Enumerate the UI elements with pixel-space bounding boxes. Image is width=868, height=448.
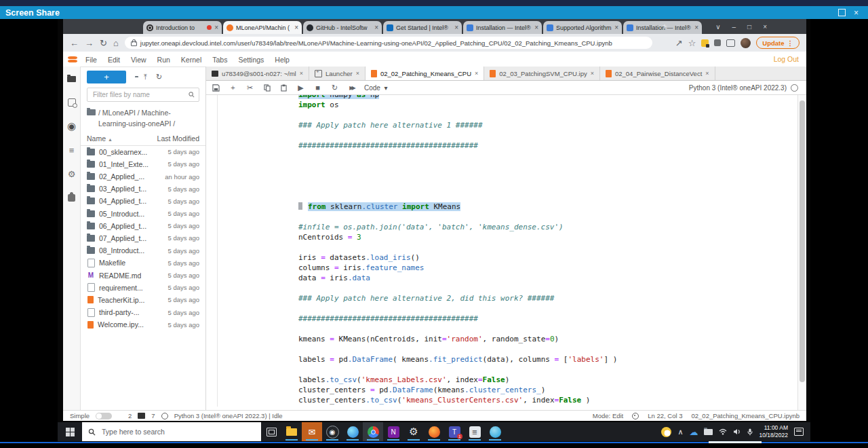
- home-icon[interactable]: ⌂: [113, 39, 119, 48]
- kernel-status-label[interactable]: Python 3 (Intel® oneAPI 2022.3) | Idle: [174, 412, 283, 419]
- profile-avatar[interactable]: [741, 38, 751, 48]
- code-line[interactable]: [298, 283, 617, 293]
- file-row[interactable]: TeacherKit.ip...5 days ago: [81, 294, 205, 306]
- code-line[interactable]: from sklearn.cluster import KMeans: [298, 202, 617, 212]
- share-icon[interactable]: ↗: [675, 39, 683, 48]
- address-bar[interactable]: jupyter.oneapi.devcloud.intel.com/user/u…: [125, 37, 652, 49]
- menu-run[interactable]: Run: [152, 56, 176, 64]
- tab-search-icon[interactable]: ∨: [715, 23, 720, 31]
- close-icon[interactable]: ×: [854, 8, 859, 18]
- tab-close-icon[interactable]: ×: [294, 24, 298, 31]
- code-line[interactable]: [298, 212, 617, 222]
- menu-settings[interactable]: Settings: [233, 56, 269, 64]
- code-line[interactable]: [298, 151, 617, 161]
- code-line[interactable]: columns = iris.feature_names: [298, 263, 617, 273]
- notification-status-icon[interactable]: [632, 413, 639, 419]
- file-row[interactable]: Makefile5 days ago: [81, 257, 205, 269]
- taskbar-clock[interactable]: 11:00 AM 10/18/2022: [759, 424, 788, 438]
- code-line[interactable]: import numpy as np: [298, 95, 617, 100]
- document-tab[interactable]: 02_04_Pairwise_DistanceVect×: [600, 67, 715, 80]
- tab-close-icon[interactable]: ×: [614, 24, 618, 31]
- code-line[interactable]: [298, 242, 617, 253]
- extensions-pin-icon[interactable]: [714, 39, 721, 46]
- browser-tab[interactable]: Get Started | Intel®×: [383, 21, 462, 34]
- modified-column-header[interactable]: Last Modified: [157, 134, 199, 143]
- file-row[interactable]: third-party-...5 days ago: [81, 306, 205, 318]
- tab-close-icon[interactable]: ×: [356, 70, 359, 77]
- code-line[interactable]: [298, 181, 617, 191]
- copy-icon[interactable]: [262, 84, 271, 92]
- code-line[interactable]: [298, 324, 617, 334]
- onenote-icon[interactable]: N: [383, 422, 403, 441]
- menu-help[interactable]: Help: [269, 56, 295, 64]
- add-cell-icon[interactable]: +: [229, 83, 237, 92]
- menu-tabs[interactable]: Tabs: [207, 56, 233, 64]
- forward-icon[interactable]: →: [85, 39, 94, 48]
- file-row[interactable]: requirement...5 days ago: [81, 282, 205, 294]
- simple-mode-toggle[interactable]: [96, 413, 112, 419]
- code-line[interactable]: [298, 303, 617, 314]
- action-center-icon[interactable]: [794, 428, 804, 436]
- hub-control-icon[interactable]: ◉: [66, 122, 77, 131]
- kernels-count[interactable]: 7: [151, 412, 155, 419]
- code-line[interactable]: ########################################: [298, 314, 617, 324]
- bookmark-star-icon[interactable]: ☆: [688, 39, 696, 48]
- cell-collapser[interactable]: [217, 95, 218, 407]
- notepad-icon[interactable]: ≣: [465, 422, 485, 441]
- file-list-header[interactable]: Name ▲ Last Modified: [81, 132, 205, 146]
- refresh-icon[interactable]: ↻: [156, 73, 162, 81]
- start-button[interactable]: [58, 422, 82, 441]
- breadcrumb[interactable]: / MLoneAPI / Machine-Learning-using-oneA…: [81, 104, 205, 132]
- menu-edit[interactable]: Edit: [102, 56, 125, 64]
- save-icon[interactable]: [212, 84, 220, 92]
- file-row[interactable]: 01_Intel_Exte...5 days ago: [81, 158, 205, 170]
- extension-icon[interactable]: [701, 39, 709, 47]
- chrome-icon[interactable]: [363, 422, 383, 441]
- window-close-icon[interactable]: ×: [763, 23, 767, 31]
- taskbar-search-box[interactable]: [82, 422, 261, 441]
- filter-files-input[interactable]: [92, 90, 186, 99]
- upload-icon[interactable]: ⤒: [144, 73, 147, 81]
- name-column-header[interactable]: Name: [87, 134, 106, 143]
- taskbar-search-input[interactable]: [100, 427, 255, 436]
- volume-icon[interactable]: [733, 428, 741, 435]
- firefox-icon[interactable]: [424, 422, 444, 441]
- code-line[interactable]: cluster_centers = pd.DataFrame(kmeans.cl…: [298, 385, 617, 395]
- new-launcher-button[interactable]: +: [87, 71, 126, 83]
- reload-icon[interactable]: ↻: [100, 39, 107, 48]
- tray-folder-icon[interactable]: [704, 429, 713, 435]
- run-icon[interactable]: ▶: [296, 83, 305, 92]
- file-row[interactable]: 08_Introduct...5 days ago: [81, 244, 205, 257]
- task-view-icon[interactable]: [261, 422, 281, 441]
- file-row[interactable]: 04_Applied_t...5 days ago: [81, 195, 205, 207]
- running-sessions-icon[interactable]: [66, 98, 77, 107]
- mail-icon[interactable]: ✉: [302, 422, 322, 441]
- document-tab[interactable]: u78349@s001-n027: ~/ml×: [206, 67, 309, 80]
- paste-icon[interactable]: [279, 84, 288, 92]
- code-editor[interactable]: import numpy as npimport os### Apply pat…: [206, 95, 798, 411]
- settings-icon[interactable]: ⚙: [403, 422, 424, 441]
- home-folder-icon[interactable]: [87, 109, 96, 115]
- code-line[interactable]: [298, 110, 617, 120]
- filter-files-box[interactable]: [87, 88, 199, 102]
- code-line[interactable]: labels.to_csv('kmeans_Labels.csv', index…: [298, 375, 617, 385]
- document-tab[interactable]: Launcher×: [309, 67, 366, 80]
- browser-tab[interactable]: Installation — Intel®×: [463, 21, 542, 34]
- tab-close-icon[interactable]: ×: [591, 70, 594, 77]
- terminals-count[interactable]: 2: [128, 412, 132, 419]
- code-line[interactable]: [298, 171, 617, 181]
- code-line[interactable]: nCentroids = 3: [298, 232, 617, 242]
- code-line[interactable]: iris = datasets.load_iris(): [298, 253, 617, 263]
- cell-type-dropdown[interactable]: Code ▾: [364, 84, 388, 92]
- document-tab[interactable]: 02_03_PatchingSVM_CPU.ipy×: [484, 67, 600, 80]
- kernel-indicator[interactable]: Python 3 (Intel® oneAPI 2022.3): [689, 84, 801, 92]
- property-inspector-icon[interactable]: ⚙: [66, 169, 77, 179]
- code-line[interactable]: [298, 365, 617, 375]
- code-line[interactable]: [298, 130, 617, 141]
- restart-kernel-icon[interactable]: ↻: [330, 83, 339, 92]
- tab-close-icon[interactable]: ×: [705, 70, 709, 77]
- new-tab-button[interactable]: +: [660, 22, 669, 32]
- tab-close-icon[interactable]: ×: [694, 24, 698, 31]
- code-line[interactable]: cluster_centers.to_csv('kmeans_ClusterCe…: [298, 395, 617, 405]
- tab-close-icon[interactable]: ×: [300, 70, 303, 77]
